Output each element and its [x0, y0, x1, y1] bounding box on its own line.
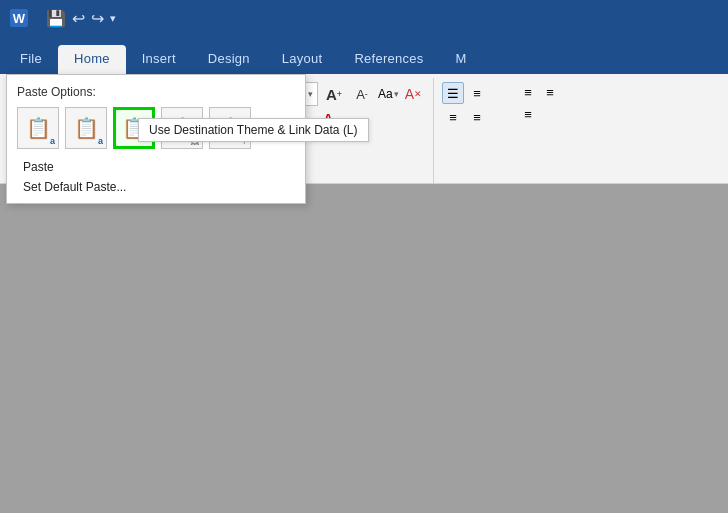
save-icon[interactable]: 💾	[46, 9, 66, 28]
align-left-button[interactable]: ☰	[442, 82, 464, 104]
quick-access-arrow[interactable]: ▾	[110, 12, 116, 25]
change-case-button[interactable]: Aa ▾	[378, 87, 399, 101]
tab-design[interactable]: Design	[192, 45, 266, 74]
group-list: ≡ ≡ ≡	[514, 78, 564, 183]
multilevel-button[interactable]: ≡	[518, 104, 538, 124]
justify-button[interactable]: ≡	[466, 106, 488, 128]
quick-access-toolbar: 💾 ↩ ↪ ▾	[46, 9, 116, 28]
tab-home[interactable]: Home	[58, 45, 126, 74]
align-right-icon: ≡	[449, 110, 457, 125]
change-case-icon: Aa	[378, 87, 393, 101]
tab-file[interactable]: File	[4, 45, 58, 74]
tab-references[interactable]: References	[338, 45, 439, 74]
clear-formatting-icon: A	[405, 86, 414, 102]
font-grow-button[interactable]: A+	[322, 82, 346, 106]
font-shrink-icon: A	[356, 87, 365, 102]
tab-layout[interactable]: Layout	[266, 45, 339, 74]
multilevel-icon: ≡	[524, 107, 532, 122]
bullets-icon: ≡	[524, 85, 532, 100]
group-align: ☰ ≡ ≡ ≡	[434, 78, 514, 183]
numbering-button[interactable]: ≡	[540, 82, 560, 102]
align-left-icon: ☰	[447, 86, 459, 101]
bullets-button[interactable]: ≡	[518, 82, 538, 102]
redo-icon[interactable]: ↪	[91, 9, 104, 28]
paste-icon-1: 📋	[26, 116, 51, 140]
numbering-icon: ≡	[546, 85, 554, 100]
ribbon-tabs: File Home Insert Design Layout Reference…	[0, 36, 728, 74]
word-icon: W	[10, 9, 28, 27]
align-row-1: ☰ ≡	[442, 82, 506, 104]
set-default-paste-menu-item[interactable]: Set Default Paste...	[17, 177, 295, 197]
align-row-2: ≡ ≡	[442, 106, 506, 128]
clear-formatting-button[interactable]: A✕	[405, 86, 422, 102]
paste-merge-formatting-button[interactable]: 📋 a	[65, 107, 107, 149]
title-bar: W 💾 ↩ ↪ ▾	[0, 0, 728, 36]
font-grow-icon: A	[326, 86, 337, 103]
paste-menu-item[interactable]: Paste	[17, 157, 295, 177]
align-right-button[interactable]: ≡	[442, 106, 464, 128]
justify-icon: ≡	[473, 110, 481, 125]
paste-options-title: Paste Options:	[17, 85, 295, 99]
paste-tooltip: Use Destination Theme & Link Data (L)	[138, 118, 369, 142]
paste-keep-source-button[interactable]: 📋 a	[17, 107, 59, 149]
font-shrink-button[interactable]: A-	[350, 82, 374, 106]
undo-icon[interactable]: ↩	[72, 9, 85, 28]
font-size-dropdown-arrow: ▾	[308, 89, 313, 99]
paste-icon-2: 📋	[74, 116, 99, 140]
change-case-arrow: ▾	[394, 89, 399, 99]
tab-more[interactable]: M	[440, 45, 483, 74]
align-center-icon: ≡	[473, 86, 481, 101]
align-center-button[interactable]: ≡	[466, 82, 488, 104]
document-area	[0, 184, 728, 513]
tab-insert[interactable]: Insert	[126, 45, 192, 74]
